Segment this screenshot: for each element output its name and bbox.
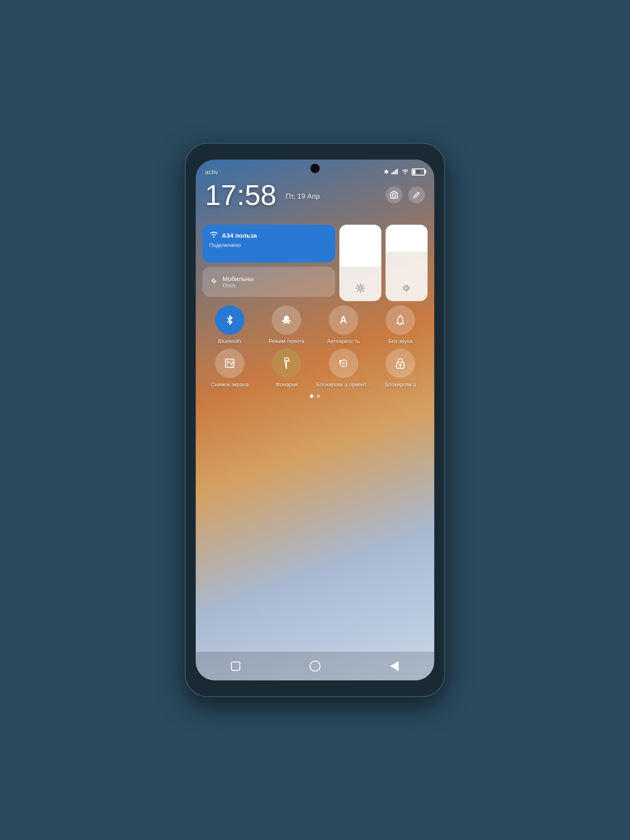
page-dots <box>202 394 428 398</box>
clock-actions <box>386 186 425 203</box>
volume-icon <box>402 284 411 295</box>
svg-point-25 <box>342 362 344 364</box>
signal-bars-icon <box>391 168 399 176</box>
silent-circle <box>386 305 415 335</box>
brightness-icon <box>356 284 365 295</box>
home-button[interactable] <box>306 657 324 675</box>
airplane-circle <box>272 305 301 335</box>
clock-time: 17:58 <box>205 181 276 209</box>
recents-button[interactable] <box>226 657 245 675</box>
back-button[interactable] <box>385 657 404 675</box>
mobile-text: Мобильны Откл. <box>223 275 254 289</box>
camera-notch <box>310 164 320 173</box>
lock-circle <box>386 349 415 378</box>
bluetooth-label: Bluetooth <box>218 338 241 345</box>
svg-rect-0 <box>391 173 393 174</box>
svg-point-4 <box>392 194 396 197</box>
bluetooth-toggle[interactable]: Bluetooth <box>202 305 257 345</box>
toggle-row-1: Bluetooth Режим полета A Ав <box>202 305 428 345</box>
wifi-tile-name: А34 польза <box>222 232 257 239</box>
bluetooth-status-icon: ✱ <box>384 168 389 175</box>
airplane-toggle[interactable]: Режим полета <box>260 305 314 345</box>
rotation-lock-label: Блокировк а ориент... <box>316 381 370 388</box>
airplane-label: Режим полета <box>269 338 304 345</box>
svg-point-5 <box>359 286 362 290</box>
svg-line-11 <box>362 290 363 291</box>
rotation-lock-toggle[interactable]: Блокировк а ориент... <box>316 349 371 388</box>
wifi-tile[interactable]: А34 польза Подключено <box>202 225 335 262</box>
nav-bar <box>196 652 434 680</box>
wifi-tile-icon <box>209 231 218 240</box>
flashlight-toggle[interactable]: Фонарик <box>260 349 314 388</box>
svg-line-10 <box>357 285 358 286</box>
quick-panel: А34 польза Подключено Мо <box>202 225 428 402</box>
back-icon <box>390 661 399 671</box>
dot-2 <box>317 394 320 398</box>
svg-rect-1 <box>393 171 394 174</box>
clock-area: 17:58 Пт, 19 Апр <box>205 181 425 209</box>
bluetooth-circle <box>215 305 244 335</box>
mobile-tile-icon <box>209 276 218 288</box>
rotation-lock-circle <box>329 349 358 378</box>
battery-icon: 21 <box>412 168 425 176</box>
wifi-tile-status: Подключено <box>209 242 328 248</box>
phone-screen: activ ✱ <box>196 160 434 680</box>
auto-brightness-toggle[interactable]: A Автояркос ть <box>316 305 371 345</box>
silent-label: Без звука <box>388 338 412 345</box>
brightness-slider[interactable] <box>339 225 381 301</box>
top-tiles-row: А34 польза Подключено Мо <box>202 225 428 301</box>
edit-button[interactable] <box>408 186 425 203</box>
lock-label: Блокировк а <box>385 381 416 388</box>
svg-line-12 <box>362 285 363 286</box>
silent-toggle[interactable]: Без звука <box>373 305 428 345</box>
svg-line-13 <box>357 290 358 291</box>
wifi-status-icon <box>402 168 409 176</box>
dot-1 <box>310 394 313 398</box>
toggle-row-2: Снимок экрана Фонарик <box>202 349 428 388</box>
flashlight-circle <box>272 349 301 378</box>
lock-toggle[interactable]: Блокировк а <box>373 349 428 388</box>
phone-device: activ ✱ <box>185 143 445 697</box>
flashlight-label: Фонарик <box>276 381 297 388</box>
camera-button[interactable] <box>386 186 402 203</box>
volume-slider[interactable] <box>386 225 428 301</box>
clock-date: Пт, 19 Апр <box>286 192 320 201</box>
carrier-text: activ <box>205 168 218 176</box>
recents-icon <box>231 662 240 671</box>
mobile-tile-status: Откл. <box>223 282 254 289</box>
left-tiles: А34 польза Подключено Мо <box>202 225 335 301</box>
svg-rect-2 <box>395 170 396 174</box>
mobile-tile[interactable]: Мобильны Откл. <box>202 267 335 297</box>
svg-rect-3 <box>396 169 398 174</box>
screenshot-circle <box>215 349 244 378</box>
status-icons: ✱ <box>384 168 425 176</box>
home-icon <box>310 661 320 672</box>
screenshot-toggle[interactable]: Снимок экрана <box>202 349 257 388</box>
screenshot-label: Снимок экрана <box>211 381 249 388</box>
mobile-tile-name: Мобильны <box>223 275 254 282</box>
right-sliders <box>339 225 428 301</box>
auto-brightness-circle: A <box>329 305 358 335</box>
auto-brightness-label: Автояркос ть <box>327 338 360 345</box>
